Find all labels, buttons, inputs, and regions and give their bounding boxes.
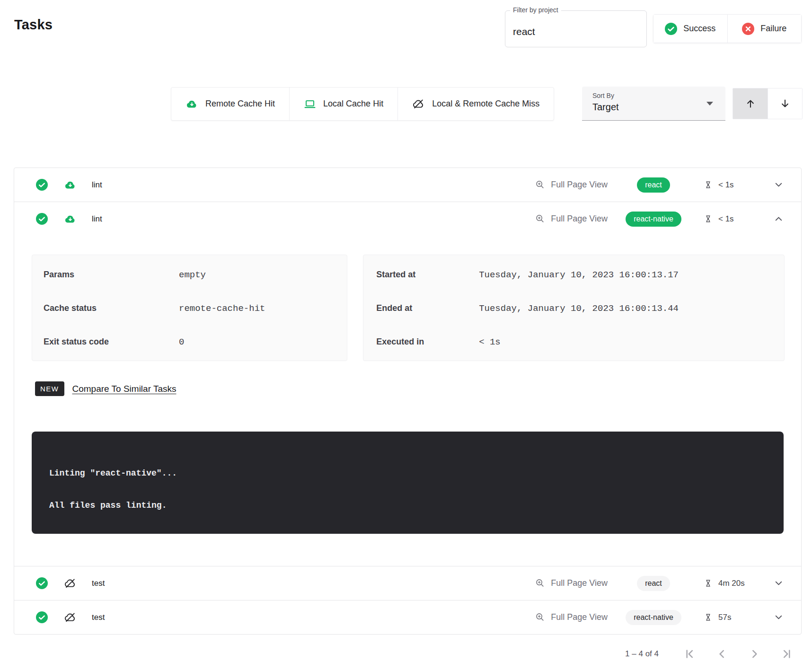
check-circle-icon [36,577,48,589]
arrow-up-icon [744,97,757,110]
chevron-down-icon [773,179,784,190]
full-page-view-label: Full Page View [551,180,608,190]
collapse-chevron-button[interactable] [771,213,786,224]
local-cache-hit-label: Local Cache Hit [323,99,383,109]
zoom-in-icon [535,179,546,190]
full-page-view-label: Full Page View [551,578,608,588]
project-badge: react-native [626,610,681,625]
task-target: lint [92,214,102,224]
started-at-label: Started at [376,270,479,280]
page-title: Tasks [14,17,53,33]
sort-by-label: Sort By [592,92,715,99]
pagination-range: 1 – 4 of 4 [625,649,659,659]
ended-at-value: Tuesday, January 10, 2023 16:00:13.44 [479,303,679,314]
sort-ascending-button[interactable] [733,88,768,119]
remote-cache-hit-button[interactable]: Remote Cache Hit [171,87,290,121]
expand-chevron-button[interactable] [771,578,786,589]
cloud-slash-icon [64,577,77,590]
project-badge: react [637,576,670,591]
success-filter-label: Success [683,24,715,34]
full-page-view-link[interactable]: Full Page View [535,612,608,623]
cache-miss-label: Local & Remote Cache Miss [432,99,539,109]
success-filter-button[interactable]: Success [653,15,727,43]
remote-cache-hit-label: Remote Cache Hit [205,99,275,109]
last-page-icon [780,648,793,660]
exit-status-code-value: 0 [179,337,184,347]
task-target: test [92,613,105,622]
task-list: lint Full Page View react < 1s [14,168,802,635]
task-detail-panel: Params empty Cache status remote-cache-h… [14,255,801,534]
failure-filter-button[interactable]: Failure [727,15,802,43]
new-badge: NEW [35,381,64,396]
cache-filter-group: Remote Cache Hit Local Cache Hit Local &… [171,87,554,121]
caret-down-icon [706,102,713,106]
task-row-header[interactable]: lint Full Page View react < 1s [14,168,801,202]
terminal-line: All files pass linting. [49,501,784,510]
cloud-slash-icon [412,97,425,110]
compare-to-similar-tasks-link[interactable]: Compare To Similar Tasks [72,384,177,394]
task-duration: 57s [718,613,731,622]
task-duration: < 1s [718,214,734,224]
project-filter-field: Filter by project [505,10,647,47]
task-target: lint [92,180,102,190]
task-row-header[interactable]: test Full Page View react 4m 20s [14,566,801,600]
cloud-download-icon [64,212,77,225]
full-page-view-label: Full Page View [551,214,608,224]
last-page-button[interactable] [780,648,793,660]
task-timing-card: Started at Tuesday, January 10, 2023 16:… [363,255,785,361]
task-duration: 4m 20s [718,579,745,588]
started-at-value: Tuesday, January 10, 2023 16:00:13.17 [479,270,679,280]
exit-status-code-label: Exit status code [44,337,179,347]
task-row-header[interactable]: lint Full Page View react-native < 1s [14,202,801,236]
chevron-left-icon [716,648,728,660]
full-page-view-label: Full Page View [551,612,608,622]
x-circle-icon [742,23,754,35]
expand-chevron-button[interactable] [771,612,786,623]
check-circle-icon [36,611,48,623]
terminal-output: Linting "react-native"... All files pass… [32,432,784,534]
first-page-button[interactable] [683,648,697,660]
previous-page-button[interactable] [715,648,729,660]
full-page-view-link[interactable]: Full Page View [535,179,608,190]
arrow-down-icon [779,97,791,110]
cloud-download-icon [64,178,77,191]
check-circle-icon [36,179,48,191]
hourglass-icon [703,612,713,622]
project-filter-input[interactable] [505,11,646,47]
local-cache-hit-button[interactable]: Local Cache Hit [289,87,398,121]
ended-at-label: Ended at [376,303,479,313]
zoom-in-icon [535,213,546,224]
sort-by-select[interactable]: Sort By Target [582,87,725,121]
hourglass-icon [703,214,713,224]
task-row-test-react-native: test Full Page View react-native 57s [14,600,801,634]
project-badge: react [637,177,670,193]
params-value: empty [179,270,206,280]
params-label: Params [44,270,179,280]
task-duration: < 1s [718,180,734,190]
hourglass-icon [703,578,713,588]
task-row-lint-react-native: lint Full Page View react-native < 1s [14,202,801,534]
task-params-card: Params empty Cache status remote-cache-h… [32,255,347,361]
full-page-view-link[interactable]: Full Page View [535,578,608,589]
task-row-header[interactable]: test Full Page View react-native 57s [14,600,801,634]
pagination: 1 – 4 of 4 [625,643,793,665]
status-filter-group: Success Failure [653,14,802,43]
cache-status-value: remote-cache-hit [179,303,265,314]
project-badge: react-native [626,212,681,227]
sort-descending-button[interactable] [768,88,802,119]
hourglass-icon [703,180,713,190]
cache-miss-button[interactable]: Local & Remote Cache Miss [397,87,554,121]
expand-chevron-button[interactable] [771,179,786,190]
sort-by-value: Target [592,102,715,113]
chevron-up-icon [773,213,784,224]
sort-direction-group [733,88,803,119]
check-circle-icon [36,213,48,225]
executed-in-value: < 1s [479,337,501,347]
cache-status-label: Cache status [44,303,179,313]
full-page-view-link[interactable]: Full Page View [535,213,608,224]
cloud-download-icon [185,97,198,110]
next-page-button[interactable] [748,648,761,660]
chevron-down-icon [773,612,784,623]
task-row-test-react: test Full Page View react 4m 20s [14,566,801,600]
check-circle-icon [665,23,677,35]
